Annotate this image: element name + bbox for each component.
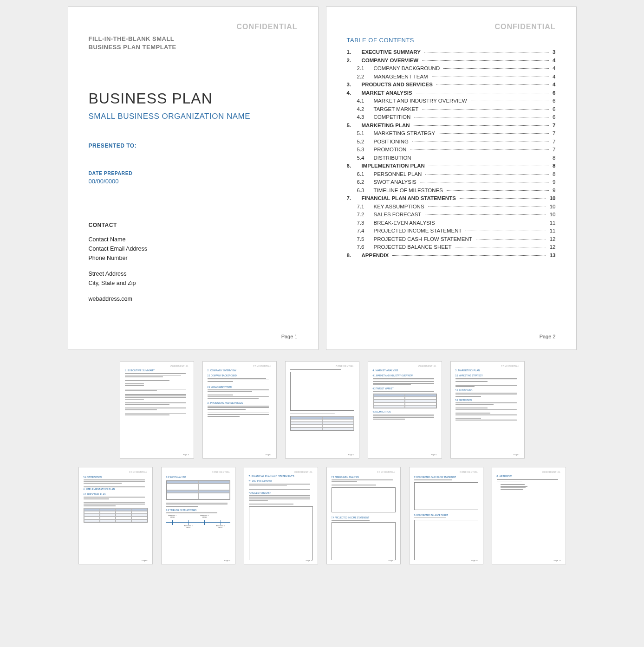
- toc-number: 6.2: [357, 179, 371, 185]
- toc-entry: 5.MARKETING PLAN7: [347, 123, 556, 128]
- toc-page: 4: [553, 74, 555, 79]
- thumbnail-row-2: CONFIDENTIAL 5.4 DISTRIBUTION 6. IMPLEME…: [78, 467, 566, 564]
- thumb-subheading: 4.2 TARGET MARKET: [373, 388, 437, 390]
- toc-page: 8: [553, 163, 555, 168]
- thumbnail-page-9: CONFIDENTIAL 6.2 SWOT ANALYSIS 6.3 TIMEL…: [161, 467, 235, 564]
- toc-leader-dots: [471, 101, 549, 101]
- contact-email: Contact Email Address: [89, 244, 298, 253]
- organization-name: SMALL BUSINESS ORGANIZATION NAME: [89, 112, 298, 121]
- chart-placeholder: [414, 482, 478, 510]
- thumb-heading: 5. MARKETING PLAN: [455, 369, 520, 372]
- toc-number: 2.: [347, 58, 359, 63]
- thumbnail-page-5: CONFIDENTIAL Page 5: [285, 361, 359, 459]
- toc-number: 2.1: [357, 65, 371, 71]
- toc-label: KEY ASSUMPTIONS: [374, 204, 424, 209]
- confidential-stamp: CONFIDENTIAL: [89, 23, 298, 31]
- toc-entry: 4.3COMPETITION6: [347, 114, 556, 120]
- thumb-heading: 8. APPENDIX: [497, 475, 561, 478]
- thumb-page-number: Page 6: [431, 453, 437, 456]
- toc-page: 7: [553, 130, 555, 136]
- toc-entry: 5.2POSITIONING7: [347, 139, 556, 144]
- thumb-heading: 1. EXECUTIVE SUMMARY: [125, 369, 189, 372]
- toc-entry: 7.4PROJECTED INCOME STATEMENT11: [347, 228, 556, 233]
- thumbnail-page-13: CONFIDENTIAL 8. APPENDIX Page 13: [492, 467, 566, 564]
- thumb-page-number: Page 5: [348, 453, 354, 456]
- toc-label: COMPETITION: [374, 114, 411, 120]
- confidential-stamp: CONFIDENTIAL: [373, 365, 437, 368]
- toc-leader-dots: [420, 182, 549, 182]
- toc-leader-dots: [392, 255, 546, 256]
- toc-page: 8: [553, 155, 555, 161]
- table-of-contents: 1.EXECUTIVE SUMMARY32.COMPANY OVERVIEW42…: [347, 49, 556, 260]
- toc-page: 10: [550, 195, 556, 201]
- toc-label: MARKET ANALYSIS: [362, 90, 412, 96]
- confidential-stamp: CONFIDENTIAL: [84, 471, 148, 473]
- thumb-heading: 7.3 BREAK-EVEN ANALYSIS: [332, 476, 396, 479]
- toc-page: 3: [553, 49, 555, 55]
- toc-number: 5.1: [357, 130, 371, 136]
- template-name: FILL-IN-THE-BLANK SMALL BUSINESS PLAN TE…: [89, 35, 191, 51]
- chart-placeholder: [332, 487, 396, 512]
- toc-entry: 6.1PERSONNEL PLAN8: [347, 171, 556, 177]
- toc-label: SWOT ANALYSIS: [374, 179, 416, 185]
- toc-page: 6: [553, 98, 555, 104]
- thumbnail-page-3: CONFIDENTIAL 1. EXECUTIVE SUMMARY Page 3: [120, 361, 194, 459]
- toc-entry: 8.APPENDIX13: [347, 252, 556, 258]
- toc-entry: 4.1MARKET AND INDUSTRY OVERVIEW6: [347, 98, 556, 104]
- toc-page: 4: [553, 58, 555, 63]
- confidential-stamp: CONFIDENTIAL: [497, 471, 561, 473]
- toc-label: MANAGEMENT TEAM: [374, 74, 428, 79]
- thumb-subheading: 7.1 KEY ASSUMPTIONS: [249, 480, 313, 483]
- thumb-heading: 7. FINANCIAL PLAN AND STATEMENTS: [249, 475, 313, 478]
- confidential-stamp: CONFIDENTIAL: [332, 471, 396, 473]
- thumb-page-number: Page 13: [554, 559, 561, 562]
- toc-leader-dots: [414, 125, 549, 126]
- toc-leader-dots: [425, 214, 546, 215]
- contact-web: webaddress.com: [89, 294, 298, 304]
- toc-page: 6: [553, 90, 555, 96]
- date-prepared-label: DATE PREPARED: [89, 170, 298, 176]
- thumb-subheading: 6.3 TIMELINE OF MILESTONES: [166, 509, 230, 511]
- toc-entry: 6.2SWOT ANALYSIS9: [347, 179, 556, 185]
- page-1: CONFIDENTIAL FILL-IN-THE-BLANK SMALL BUS…: [68, 6, 319, 350]
- toc-number: 7.6: [357, 244, 371, 250]
- toc-entry: 4.MARKET ANALYSIS6: [347, 90, 556, 96]
- toc-label: TARGET MARKET: [374, 106, 419, 112]
- contact-phone: Phone Number: [89, 253, 298, 263]
- page-number: Page 1: [281, 334, 298, 339]
- toc-number: 2.2: [357, 74, 371, 79]
- toc-entry: 3.PRODUCTS AND SERVICES4: [347, 82, 556, 87]
- thumb-page-number: Page 9: [224, 559, 230, 562]
- toc-page: 4: [553, 82, 555, 87]
- toc-label: PROJECTED INCOME STATEMENT: [374, 228, 462, 233]
- toc-label: BREAK-EVEN ANALYSIS: [374, 220, 435, 226]
- toc-entry: 2.2MANAGEMENT TEAM4: [347, 74, 556, 79]
- thumb-page-number: Page 4: [266, 453, 272, 456]
- toc-entry: 5.4DISTRIBUTION8: [347, 155, 556, 161]
- toc-entry: 5.1MARKETING STRATEGY7: [347, 130, 556, 136]
- chart-placeholder: [414, 520, 478, 560]
- confidential-stamp: CONFIDENTIAL: [414, 471, 478, 473]
- toc-page: 6: [553, 106, 555, 112]
- toc-title: TABLE OF CONTENTS: [347, 37, 556, 44]
- document-title: BUSINESS PLAN: [89, 90, 298, 107]
- thumb-page-number: Page 11: [389, 559, 396, 562]
- toc-label: PROMOTION: [374, 147, 407, 152]
- chart-placeholder: [249, 506, 313, 560]
- toc-page: 7: [553, 139, 555, 144]
- toc-number: 5.2: [357, 139, 371, 144]
- toc-number: 4.3: [357, 114, 371, 120]
- main-page-pair: CONFIDENTIAL FILL-IN-THE-BLANK SMALL BUS…: [7, 6, 637, 350]
- contact-street: Street Address: [89, 269, 298, 278]
- toc-page: 12: [550, 244, 556, 250]
- thumbnail-page-7: CONFIDENTIAL 5. MARKETING PLAN 5.1 MARKE…: [450, 361, 525, 459]
- toc-leader-dots: [428, 207, 546, 207]
- thumb-page-number: Page 10: [306, 559, 313, 562]
- toc-number: 3.: [347, 82, 359, 87]
- confidential-stamp: CONFIDENTIAL: [455, 365, 520, 368]
- toc-entry: 7.3BREAK-EVEN ANALYSIS11: [347, 220, 556, 226]
- toc-page: 11: [550, 220, 556, 226]
- toc-label: PROJECTED CASH FLOW STATEMENT: [374, 236, 472, 242]
- thumb-heading: 7.5 PROJECTED CASH FLOW STATEMENT: [414, 476, 478, 479]
- toc-number: 4.: [347, 90, 359, 96]
